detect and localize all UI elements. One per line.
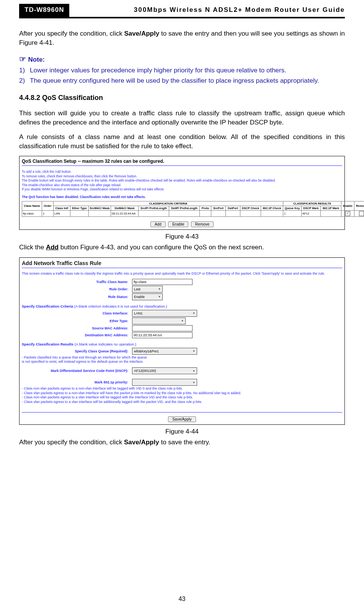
fig43-instr-4: If you disable WMM function in Wireless … xyxy=(22,187,342,192)
th-results: CLASSIFICATION RESULTS xyxy=(283,201,341,206)
note-text-1: Lower integer values for precedence impl… xyxy=(30,66,286,75)
8021p-select[interactable] xyxy=(132,379,197,386)
fig44-title: Add Network Traffic Class Rule xyxy=(22,260,342,266)
th-dstip: DstIP/ PrefixLength xyxy=(169,206,200,210)
label-rule-order: Rule Order: xyxy=(22,287,132,291)
guide-title: 300Mbps Wireless N ADSL2+ Modem Router U… xyxy=(69,4,345,17)
fig43-instr-1: To remove rules, check their remove-chec… xyxy=(22,174,342,178)
figure-4-44-box: Add Network Traffic Class Rule This scre… xyxy=(19,257,345,425)
td-dstport xyxy=(226,210,240,216)
closing-paragraph: After you specify the condition, click S… xyxy=(19,438,345,447)
fig43-instr-2: The Enable button will scan through ever… xyxy=(22,178,342,183)
th-dstmac: DstMAC/ Mask xyxy=(111,206,139,210)
class-queue-select[interactable]: wl0&Key1&Pre1 xyxy=(132,348,197,355)
paragraph-2: A rule consists of a class name and at l… xyxy=(19,133,345,151)
td-queuekey: 1 xyxy=(283,210,302,216)
fig43-instr-3: The enable-checkbox also shows status of… xyxy=(22,183,342,187)
label-rule-status: Rule Status: xyxy=(22,295,132,299)
sub1-a: Specify Classification Criteria xyxy=(22,304,73,308)
save-apply-button[interactable]: Save/Apply xyxy=(168,416,196,422)
th-srcip: SrcIP/ PrefixLength xyxy=(139,206,169,210)
th-order: Order xyxy=(42,201,54,210)
td-srcmac xyxy=(89,210,111,216)
fig44-rule-2 xyxy=(22,412,342,413)
fig43-instr-0: To add a rule, click the Add button. xyxy=(22,170,342,174)
intro-bold: Save/Apply xyxy=(124,30,159,37)
fig43-table: Class Name Order CLASSIFICATION CRITERIA… xyxy=(22,201,364,217)
source-mac-input[interactable] xyxy=(132,325,193,331)
ether-type-select[interactable] xyxy=(132,318,186,324)
th-ethertype: Ether Type xyxy=(70,206,89,210)
page-number: 43 xyxy=(0,596,364,603)
rule-status-select[interactable]: Enable xyxy=(132,293,163,300)
td-dscpcheck xyxy=(240,210,261,216)
td-dscpmark: AF12 xyxy=(302,210,321,216)
class-interface-value: LAN1 xyxy=(134,311,143,315)
fig44-note2-3: - Class vlan packets egress to a vlan in… xyxy=(22,400,342,404)
dscp-select[interactable]: AF12(001100) xyxy=(132,367,197,374)
traffic-class-name-input[interactable] xyxy=(132,279,193,285)
fig44-note2-0: - Class non-vlan packets egress to a non… xyxy=(22,386,342,391)
fig44-note2-1: - Class vlan packets egress to a non-vla… xyxy=(22,391,342,396)
th-dscpmark: DSCP Mark xyxy=(302,206,321,210)
label-traffic-class-name: Traffic Class Name: xyxy=(22,280,132,284)
subhead-criteria: Specify Classification Criteria (A blank… xyxy=(22,304,342,308)
figure-4-43-box: QoS Classification Setup -- maximum 32 r… xyxy=(19,156,345,229)
fig43-rule xyxy=(22,165,342,166)
after43-a: Click the xyxy=(19,244,46,251)
section-heading: 4.4.8.2 QoS Classification xyxy=(19,94,345,102)
label-dscp: Mark Differentiated Service Code Point (… xyxy=(22,369,132,373)
label-class-queue: Specify Class Queue (Required): xyxy=(22,349,132,353)
th-classname: Class Name xyxy=(22,201,42,210)
class-queue-value: wl0&Key1&Pre1 xyxy=(134,349,159,353)
td-classintf: LAN xyxy=(54,210,70,216)
th-srcmac: SrcMAC/ Mask xyxy=(89,206,111,210)
fig43-title: QoS Classification Setup -- maximum 32 r… xyxy=(22,159,342,164)
figure-4-44-caption: Figure 4-44 xyxy=(19,428,345,436)
th-8021pmark: 802.1P Mark xyxy=(321,206,341,210)
rule-order-select[interactable]: Last xyxy=(132,286,163,293)
fig43-warning: The QoS function has been disabled. Clas… xyxy=(22,195,342,199)
th-dscpcheck: DSCP Check xyxy=(240,206,261,210)
table-row: ftp-class 1 LAN 00:11:22:33:44:AA 1 AF12 xyxy=(22,210,364,216)
after43-c: button Figure 4-43, and you can configur… xyxy=(59,244,264,251)
intro-text-a: After you specify the condition, click xyxy=(19,30,124,37)
enable-button[interactable]: Enable xyxy=(168,221,188,227)
th-dstport: DstPort xyxy=(226,206,240,210)
note-item-2: 2) The queue entry configured here will … xyxy=(19,76,345,85)
rule-status-value: Enable xyxy=(134,295,145,299)
checkbox-icon[interactable] xyxy=(359,211,364,216)
th-criteria: CLASSIFICATION CRITERIA xyxy=(54,201,283,206)
dest-mac-input[interactable] xyxy=(132,332,193,338)
note-num-1: 1) xyxy=(19,66,30,75)
add-button[interactable]: Add xyxy=(150,221,166,227)
td-dstip xyxy=(169,210,200,216)
td-srcport xyxy=(211,210,226,216)
intro-paragraph: After you specify the condition, click S… xyxy=(19,29,345,47)
td-enable[interactable] xyxy=(341,210,354,216)
note-text-2: The queue entry configured here will be … xyxy=(30,76,319,85)
fig44-note-queue-1: - Packets classified into a queue that e… xyxy=(22,355,342,360)
td-proto xyxy=(200,210,211,216)
label-dest-mac: Destination MAC Address: xyxy=(22,333,132,337)
after-fig43-text: Click the Add button Figure 4-43, and yo… xyxy=(19,243,345,252)
note-item-1: 1) Lower integer values for precedence i… xyxy=(19,66,345,75)
checkbox-checked-icon[interactable] xyxy=(345,211,350,216)
td-classname: ftp-class xyxy=(22,210,42,216)
td-remove[interactable] xyxy=(354,210,364,216)
sub2-b: (A blank value indicates no operation.) xyxy=(73,342,136,346)
td-8021pmark xyxy=(321,210,341,216)
label-8021p: Mark 802.1p priority: xyxy=(22,380,132,384)
class-interface-select[interactable]: LAN1 xyxy=(132,310,197,317)
fig44-rule-1 xyxy=(22,268,342,268)
fig43-instructions: To add a rule, click the Add button. To … xyxy=(22,170,342,192)
closing-a: After you specify the condition, click xyxy=(19,439,124,446)
th-classintf: Class Intf xyxy=(54,206,70,210)
note-num-2: 2) xyxy=(19,76,30,85)
th-remove: Remove xyxy=(354,201,364,210)
subhead-results: Specify Classification Results (A blank … xyxy=(22,342,342,346)
fig44-note2-2: - Class non-vlan packets egress to a vla… xyxy=(22,395,342,400)
td-srcip xyxy=(139,210,169,216)
td-dstmac: 00:11:22:33:44:AA xyxy=(111,210,139,216)
remove-button[interactable]: Remove xyxy=(191,221,214,227)
